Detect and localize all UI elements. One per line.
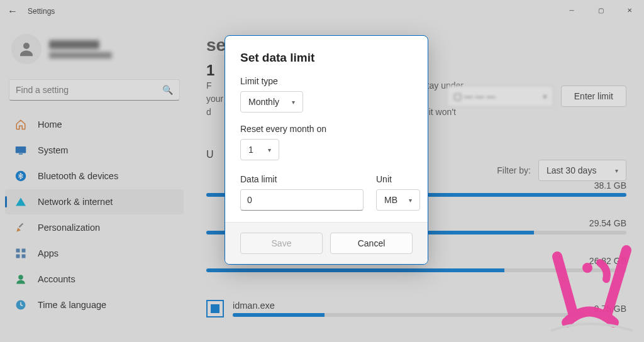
- unit-select[interactable]: MB▾: [376, 189, 420, 211]
- set-data-limit-dialog: Set data limit Limit type Monthly▾ Reset…: [225, 35, 428, 265]
- data-limit-label: Data limit: [240, 174, 364, 184]
- save-button[interactable]: Save: [240, 233, 323, 254]
- chevron-down-icon: ▾: [292, 99, 295, 106]
- limit-type-label: Limit type: [240, 76, 413, 86]
- data-limit-input[interactable]: [240, 189, 364, 211]
- chevron-down-icon: ▾: [409, 197, 412, 204]
- reset-label: Reset every month on: [240, 124, 413, 134]
- cancel-button[interactable]: Cancel: [330, 233, 413, 254]
- chevron-down-icon: ▾: [268, 146, 271, 153]
- unit-label: Unit: [376, 174, 420, 184]
- limit-type-select[interactable]: Monthly▾: [240, 91, 303, 113]
- dialog-title: Set data limit: [240, 51, 413, 65]
- reset-day-select[interactable]: 1▾: [240, 139, 279, 160]
